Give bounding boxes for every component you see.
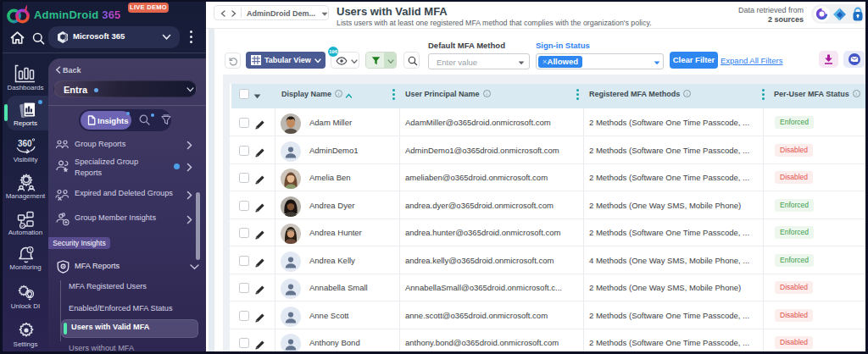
svg-text:360: 360 [18,139,32,148]
